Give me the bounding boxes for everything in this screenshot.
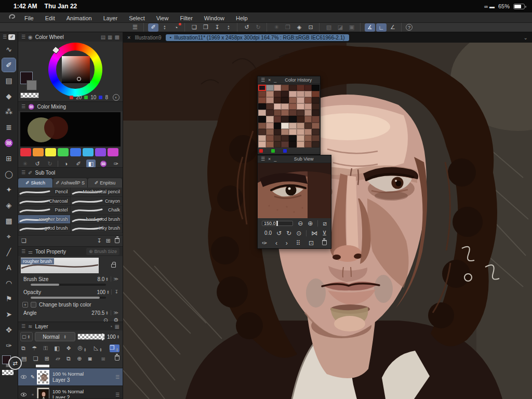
history-swatch[interactable] (289, 91, 297, 97)
history-swatch[interactable] (274, 85, 282, 91)
history-swatch[interactable] (312, 129, 320, 135)
history-swatch[interactable] (304, 103, 312, 110)
color-wheel-menu-icon[interactable]: ☰ (21, 34, 25, 39)
history-swatch[interactable] (258, 97, 266, 103)
palette-color-chip[interactable]: ▢▴▾ (20, 332, 33, 341)
history-swatch[interactable] (289, 141, 297, 148)
history-swatch[interactable] (297, 123, 304, 129)
sv-grid-button[interactable]: ⠿ (296, 240, 301, 247)
expand-icon[interactable]: + (22, 302, 28, 308)
transparent-swatch[interactable] (20, 92, 39, 98)
history-swatch[interactable] (266, 91, 274, 97)
history-swatch[interactable] (304, 123, 312, 129)
history-swatch[interactable] (258, 141, 266, 148)
history-swatch[interactable] (274, 116, 282, 122)
open-file-button[interactable]: ❒ (201, 23, 211, 32)
brush-item[interactable]: rougher brush (18, 215, 71, 224)
apply-mask-button[interactable]: ◙ (98, 354, 109, 363)
history-swatch[interactable] (304, 110, 312, 116)
opacity-slider[interactable] (31, 297, 106, 299)
close-tab-icon[interactable]: × (127, 34, 130, 41)
text-tool[interactable]: A (2, 261, 16, 274)
brush-size-slider[interactable] (31, 284, 106, 286)
clip-studio-home-button[interactable]: ◔ (171, 23, 181, 32)
undo-mix[interactable]: ↺ (33, 159, 42, 168)
history-swatch[interactable] (297, 116, 304, 122)
history-swatch[interactable] (289, 116, 297, 122)
approx-color-tab[interactable]: ▩ (115, 34, 119, 40)
lock-transparent-pixels-button[interactable]: ◧ (54, 345, 59, 352)
background-color-swatch[interactable] (26, 80, 37, 90)
color-set-tab[interactable]: ▦ (108, 34, 112, 40)
brush-item[interactable]: Crayon (71, 197, 123, 206)
history-swatch[interactable] (304, 135, 312, 141)
color-mixing-menu-icon[interactable]: ☰ (21, 104, 25, 109)
layer-visibility-icon[interactable] (18, 392, 29, 397)
history-swatch[interactable] (297, 110, 304, 116)
draft-layer-button[interactable]: ☂ (32, 345, 37, 352)
layer-handle-icon[interactable]: ☰ (115, 392, 119, 397)
mixing-swatch-5[interactable] (83, 148, 94, 156)
history-swatch[interactable] (297, 91, 304, 97)
sv-fit-button[interactable]: ⊻ (322, 230, 327, 237)
brush-item[interactable]: hard good brush (71, 215, 123, 224)
menu-window[interactable]: Window (198, 15, 230, 21)
clip-to-layer-below-button[interactable]: ⧉ (21, 345, 25, 352)
history-swatch[interactable] (281, 123, 289, 129)
layer-handle-icon[interactable]: ☰ (115, 375, 119, 380)
history-swatch[interactable] (289, 129, 297, 135)
eraser-tool[interactable]: ◆ (2, 89, 16, 103)
layer-row-partial[interactable] (18, 364, 123, 368)
history-swatch[interactable] (289, 85, 297, 91)
sv-cursor[interactable] (77, 77, 81, 81)
layer-color-button[interactable]: ❐▴▾ (110, 344, 119, 352)
history-swatch[interactable] (304, 116, 312, 122)
history-swatch[interactable] (304, 97, 312, 103)
ruler-range-button[interactable]: ◺▴▾ (94, 344, 103, 352)
history-swatch[interactable] (281, 103, 289, 110)
pen-tool[interactable]: ✐ (2, 58, 16, 72)
main-color-swatches[interactable]: ⇄ (1, 355, 17, 377)
history-swatch[interactable] (281, 141, 289, 148)
layer-opacity-value[interactable]: 100▴▾ (107, 334, 121, 340)
tool-property-title[interactable]: Tool Property (35, 249, 66, 255)
change-brush-tip-checkbox[interactable] (31, 302, 36, 308)
mixing-swatch-6[interactable] (95, 148, 106, 156)
redo-mix[interactable]: ↻ (45, 159, 55, 168)
processing-button[interactable]: ✳ (271, 23, 282, 32)
sub-view-minimize-icon[interactable]: _ (274, 156, 276, 162)
snap-to-special-ruler-button[interactable]: ∟ (376, 23, 387, 32)
sub-tool-menu-icon[interactable]: ☰ (21, 170, 25, 175)
menu-file[interactable]: File (19, 15, 39, 21)
sub-tool-group-tab-1[interactable]: ✐AshwellP S (53, 178, 88, 188)
sv-zoom-out-button[interactable]: ⊖ (298, 220, 303, 227)
history-swatch[interactable] (289, 110, 297, 116)
lasso-tool[interactable]: ◯ (2, 167, 16, 181)
refresh-mix[interactable]: ✳ (20, 159, 30, 168)
history-swatch[interactable] (289, 123, 297, 129)
lock-layer-button[interactable]: ⚿ (44, 345, 48, 352)
history-swatch[interactable] (312, 116, 320, 122)
history-swatch[interactable] (274, 129, 282, 135)
create-mask-button[interactable]: ◙ (88, 355, 92, 362)
history-swatch[interactable] (274, 103, 282, 110)
water-brush[interactable]: ♒ (99, 159, 108, 168)
balloon-tool[interactable]: ◠ (2, 276, 16, 290)
history-swatch[interactable] (281, 97, 289, 103)
history-swatch[interactable] (258, 91, 266, 97)
history-swatch[interactable] (258, 85, 266, 91)
history-swatch[interactable] (266, 103, 274, 110)
history-swatch[interactable] (266, 110, 274, 116)
lock-icon[interactable] (111, 264, 116, 268)
mix-eyedropper[interactable]: ✑ (111, 159, 121, 168)
history-swatch[interactable] (304, 91, 312, 97)
copy-button[interactable]: ❐ (283, 23, 293, 32)
sub-view-menu-icon[interactable]: ☰ (261, 156, 265, 162)
sub-view-reference-image[interactable] (258, 163, 331, 218)
transfer-to-lower-button[interactable]: ⧉ (66, 355, 71, 362)
color-wheel-title[interactable]: Color Wheel (35, 34, 64, 40)
tab-illustration11[interactable]: ● Illustration11* (1969 x 2458px 300dpi … (166, 34, 349, 41)
color-mix-brush[interactable]: ◑ (61, 159, 71, 168)
color-mode-icon[interactable]: ◐ (113, 94, 119, 101)
transparent-color-swatch[interactable] (2, 370, 14, 375)
